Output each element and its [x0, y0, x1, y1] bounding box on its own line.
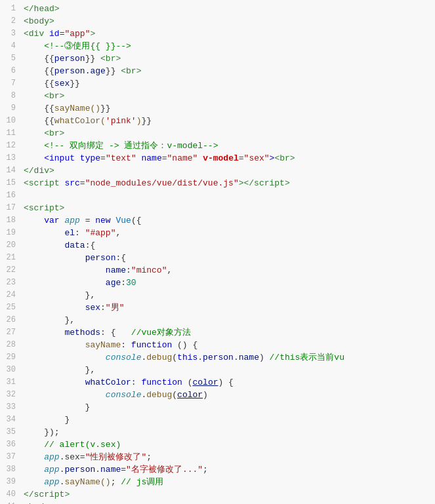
line-content: app.sayName(); // js调用	[21, 476, 435, 488]
line-content: </head>	[21, 3, 435, 15]
line-number: 22	[0, 264, 21, 277]
line-content: <input type="text" name="name" v-model="…	[21, 152, 435, 165]
code-container: 1</head>2<body>3<div id="app">4 <!--③使用{…	[0, 0, 435, 504]
code-line: 13 <input type="text" name="name" v-mode…	[0, 152, 435, 165]
line-number: 15	[0, 177, 21, 189]
code-line: 7 {{sex}}	[0, 77, 435, 90]
code-line: 21 person:{	[0, 252, 435, 264]
code-line: 39 app.sayName(); // js调用	[0, 476, 435, 488]
line-content: data:{	[21, 239, 435, 252]
line-number: 19	[0, 227, 21, 239]
line-content: name:"minco",	[21, 264, 435, 277]
line-number: 8	[0, 90, 21, 102]
code-line: 32 console.debug(color)	[0, 389, 435, 401]
code-line: 31 whatColor: function (color) {	[0, 376, 435, 389]
line-content: </script>	[21, 488, 435, 501]
line-number: 39	[0, 476, 21, 488]
line-content: whatColor: function (color) {	[21, 376, 435, 389]
line-number: 41	[0, 501, 21, 504]
code-line: 26 },	[0, 314, 435, 326]
line-number: 25	[0, 301, 21, 314]
line-number: 34	[0, 414, 21, 426]
line-number: 27	[0, 326, 21, 339]
line-content: // alert(v.sex)	[21, 438, 435, 451]
line-number: 7	[0, 77, 21, 90]
line-content: {{sayName()}}	[21, 102, 435, 115]
line-content: console.debug(this.person.name) //this表示…	[21, 351, 435, 364]
line-content: person:{	[21, 252, 435, 264]
line-content: {{person.age}} <br>	[21, 65, 435, 77]
code-line: 29 console.debug(this.person.name) //thi…	[0, 351, 435, 364]
line-content: sayName: function () {	[21, 339, 435, 351]
line-content: }	[21, 414, 435, 426]
line-number: 3	[0, 28, 21, 40]
line-number: 20	[0, 239, 21, 252]
line-number: 29	[0, 351, 21, 364]
code-line: 14</div>	[0, 165, 435, 177]
line-content: <br>	[21, 90, 435, 102]
code-line: 18 var app = new Vue({	[0, 214, 435, 227]
code-line: 8 <br>	[0, 90, 435, 102]
line-number: 28	[0, 339, 21, 351]
line-content: },	[21, 314, 435, 326]
line-content: <!-- 双向绑定 -> 通过指令：v-model-->	[21, 140, 435, 152]
line-number: 35	[0, 426, 21, 438]
line-content: }	[21, 401, 435, 414]
code-line: 12 <!-- 双向绑定 -> 通过指令：v-model-->	[0, 140, 435, 152]
code-line: 22 name:"minco",	[0, 264, 435, 277]
code-line: 35 });	[0, 426, 435, 438]
line-content: el: "#app",	[21, 227, 435, 239]
code-line: 28 sayName: function () {	[0, 339, 435, 351]
line-number: 38	[0, 463, 21, 476]
line-number: 31	[0, 376, 21, 389]
line-content: <script src="node_modules/vue/dist/vue.j…	[21, 177, 435, 189]
line-content: {{whatColor('pink')}}	[21, 115, 435, 127]
code-line: 34 }	[0, 414, 435, 426]
line-content: sex:"男"	[21, 301, 435, 314]
line-number: 2	[0, 15, 21, 28]
line-number: 11	[0, 127, 21, 140]
code-line: 6 {{person.age}} <br>	[0, 65, 435, 77]
code-line: 4 <!--③使用{{ }}-->	[0, 40, 435, 52]
line-content: console.debug(color)	[21, 389, 435, 401]
line-number: 32	[0, 389, 21, 401]
line-number: 5	[0, 52, 21, 65]
code-line: 38 app.person.name="名字被修改了...";	[0, 463, 435, 476]
code-line: 11 <br>	[0, 127, 435, 140]
line-content: <!--③使用{{ }}-->	[21, 40, 435, 52]
line-number: 4	[0, 40, 21, 52]
code-line: 25 sex:"男"	[0, 301, 435, 314]
line-number: 16	[0, 189, 21, 202]
line-content: </div>	[21, 165, 435, 177]
line-content: <script>	[21, 202, 435, 214]
line-number: 24	[0, 289, 21, 301]
line-content: },	[21, 289, 435, 301]
line-number: 18	[0, 214, 21, 227]
line-content: var app = new Vue({	[21, 214, 435, 227]
code-line: 17<script>	[0, 202, 435, 214]
line-number: 33	[0, 401, 21, 414]
line-content: {{sex}}	[21, 77, 435, 90]
code-line: 5 {{person}} <br>	[0, 52, 435, 65]
line-content: app.person.name="名字被修改了...";	[21, 463, 435, 476]
line-number: 1	[0, 3, 21, 15]
line-content: <br>	[21, 127, 435, 140]
line-content: <body ...	[21, 501, 435, 504]
line-content	[21, 189, 435, 202]
line-number: 10	[0, 115, 21, 127]
line-number: 6	[0, 65, 21, 77]
line-number: 30	[0, 364, 21, 376]
line-content: });	[21, 426, 435, 438]
code-line: 19 el: "#app",	[0, 227, 435, 239]
code-line: 40</script>	[0, 488, 435, 501]
line-content: {{person}} <br>	[21, 52, 435, 65]
line-content: <div id="app">	[21, 28, 435, 40]
line-number: 26	[0, 314, 21, 326]
line-content: },	[21, 364, 435, 376]
line-number: 13	[0, 152, 21, 165]
line-content: age:30	[21, 277, 435, 289]
code-line: 23 age:30	[0, 277, 435, 289]
line-content: methods: { //vue对象方法	[21, 326, 435, 339]
code-area: 1</head>2<body>3<div id="app">4 <!--③使用{…	[0, 0, 435, 504]
code-line: 33 }	[0, 401, 435, 414]
